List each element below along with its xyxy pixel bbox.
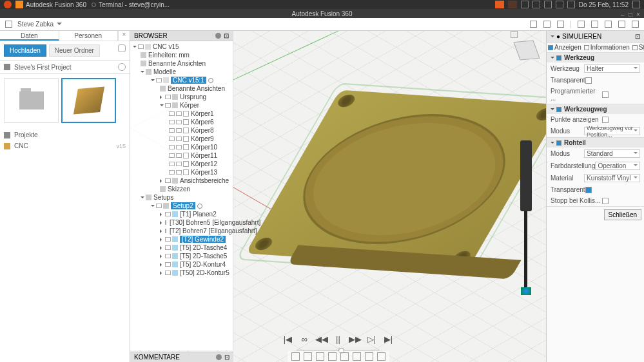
grid-menu-icon[interactable] [5,21,12,28]
tree-node[interactable]: Körper10 [130,143,233,151]
visibility-toggle[interactable] [176,145,182,149]
visibility-toggle[interactable] [165,212,171,216]
visibility-toggle[interactable] [165,103,171,108]
zoom-icon[interactable] [328,352,337,361]
close-button[interactable]: Schließen [604,209,641,220]
tree-node[interactable]: CNC v15:1 [130,76,233,84]
material-select[interactable]: Kunststoff Vinyl [584,174,640,182]
visibility-toggle[interactable] [176,162,182,166]
visibility-toggle[interactable] [165,237,171,242]
tree-node[interactable]: Körper [130,101,233,110]
tab-info[interactable]: Informationen [583,43,631,52]
tab-show[interactable]: Anzeigen [547,43,583,52]
viewport-3d[interactable]: BROWSER⊡ CNC v15Einheiten: mmBenannte An… [130,31,546,362]
visibility-toggle[interactable] [169,120,175,124]
activate-radio[interactable] [197,204,202,209]
pin-icon[interactable]: ⊡ [635,33,640,40]
tree-node[interactable]: Körper6 [130,118,233,126]
orbit-icon[interactable] [291,352,300,361]
tree-node[interactable]: Körper9 [130,135,233,143]
close-panel-icon[interactable]: × [118,31,130,41]
redo-icon[interactable] [632,21,639,28]
undo-icon[interactable] [618,21,625,28]
tree-node[interactable]: [T5] 2D-Tasche5 [130,252,233,260]
expand-icon[interactable] [141,196,144,200]
breadcrumb[interactable]: Steve's First Project [14,64,72,71]
tree-node[interactable]: [T30] Bohren5 [Eilgangausfahrt] [130,218,233,227]
transparent-checkbox[interactable] [585,77,592,84]
skip-end-icon[interactable]: ▶| [384,334,394,344]
look-at-icon[interactable] [304,352,312,361]
new-folder-button[interactable]: Neuer Ordner [49,44,100,57]
tree-node[interactable]: Ansichtsbereiche [130,176,233,185]
timeline-slider[interactable] [297,350,380,350]
tree-node[interactable]: [T2] Bohren7 [Eilgangausfahrt] [130,227,233,235]
tree-node[interactable]: Modelle [130,68,233,76]
tree-node[interactable]: Setup2 [130,202,233,210]
skip-next-icon[interactable]: ▷| [367,334,377,344]
options-icon[interactable] [215,33,221,39]
skip-start-icon[interactable]: |◀ [283,334,293,344]
visibility-toggle[interactable] [165,254,171,258]
home-icon[interactable] [4,64,10,70]
visibility-toggle[interactable] [156,204,162,208]
visibility-toggle[interactable] [169,145,175,149]
tree-node[interactable]: Setups [130,193,233,202]
visibility-toggle[interactable] [169,170,175,175]
mode-select[interactable]: Werkzeugweg vor Position... [584,127,640,135]
collapse-icon[interactable] [551,35,554,39]
tray-icon[interactable] [556,1,563,8]
visibility-toggle[interactable] [176,170,182,175]
cnc-thumbnail[interactable] [61,78,116,123]
fusion360-taskbar-icon[interactable] [15,1,23,8]
display-icon[interactable] [353,352,361,361]
tree-node[interactable]: [T1] Planen2 [130,210,233,218]
tree-node[interactable]: Benannte Ansichten [130,59,233,68]
visibility-toggle[interactable] [165,229,166,233]
forward-icon[interactable]: ▶▶ [350,334,360,344]
fit-icon[interactable] [340,352,349,361]
rewind-icon[interactable]: ◀◀ [317,334,327,344]
visibility-toggle[interactable] [165,245,171,250]
visibility-toggle[interactable] [165,220,166,225]
stop-collision-checkbox[interactable] [602,198,609,204]
expand-icon[interactable] [160,238,164,242]
volume-icon[interactable] [521,1,529,8]
expand-icon[interactable] [160,246,164,250]
tree-node[interactable]: [T50] 2D-Kontur5 [130,269,233,277]
maximize-icon[interactable]: □ [629,11,634,16]
expand-icon[interactable] [160,263,164,267]
tree-node[interactable]: Benannte Ansichten [130,84,233,93]
show-checkbox[interactable] [556,140,561,146]
expand-icon[interactable] [160,179,164,183]
bluetooth-icon[interactable] [567,1,575,8]
tree-node[interactable]: Körper11 [130,151,233,160]
expand-icon[interactable] [141,71,144,75]
visibility-toggle[interactable] [169,128,175,133]
expand-icon[interactable] [133,46,137,50]
tree-node[interactable]: [T5] 2D-Kontur4 [130,260,233,269]
expand-icon[interactable] [160,104,164,108]
visibility-toggle[interactable] [176,153,182,158]
visibility-toggle[interactable] [176,120,182,124]
search-icon[interactable] [543,21,551,28]
tree-node[interactable]: Einheiten: mm [130,51,233,59]
stock-transparent-checkbox[interactable] [585,187,592,193]
collapse-icon[interactable] [551,142,554,146]
filter-icon[interactable] [557,21,564,28]
visual-style-icon[interactable] [365,352,373,361]
taskbar-app-terminal[interactable]: Terminal - steve@cryin... [99,1,170,8]
visibility-toggle[interactable] [165,271,171,275]
tray-badge-1[interactable] [495,1,504,8]
pin-icon[interactable]: ⊡ [224,354,229,361]
visibility-toggle[interactable] [169,162,175,166]
minimize-icon[interactable]: – [621,11,626,16]
user-dropdown[interactable]: Steve Zabka [17,21,62,28]
expand-icon[interactable] [151,205,155,209]
cnc-item[interactable]: CNCv15 [4,140,126,151]
tree-node[interactable]: [T2] Gewinde2 [130,235,233,243]
tray-badge-2[interactable] [508,1,517,8]
close-icon[interactable]: × [636,11,641,16]
pause-icon[interactable]: || [333,334,344,344]
loop-icon[interactable]: ∞ [300,334,310,344]
